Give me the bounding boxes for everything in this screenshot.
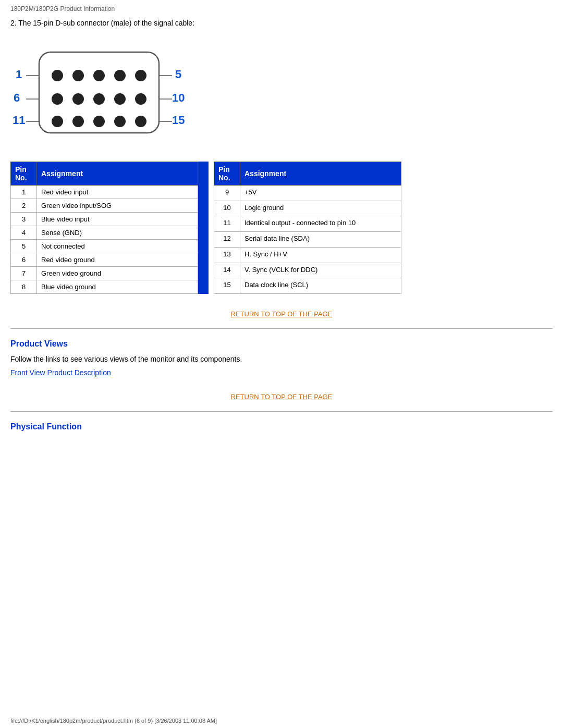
pin-assignment: Red video input bbox=[37, 186, 198, 199]
pin-number: 12 bbox=[214, 232, 240, 248]
product-views-heading: Product Views bbox=[10, 339, 553, 349]
svg-text:15: 15 bbox=[172, 114, 185, 127]
svg-point-1 bbox=[52, 70, 63, 81]
table-row: 8Blue video ground bbox=[11, 280, 198, 294]
pin-assignment: +5V bbox=[240, 186, 401, 201]
pin-assignment: Green video input/SOG bbox=[37, 199, 198, 213]
table-spacer bbox=[198, 162, 214, 294]
divider-1 bbox=[10, 328, 553, 329]
left-pin-table: PinNo. Assignment 1Red video input2Green… bbox=[10, 162, 198, 294]
svg-text:11: 11 bbox=[13, 114, 25, 127]
pin-tables-wrapper: PinNo. Assignment 1Red video input2Green… bbox=[10, 162, 553, 294]
table-row: 13H. Sync / H+V bbox=[214, 247, 401, 263]
svg-text:10: 10 bbox=[172, 91, 185, 104]
pin-assignment: Sense (GND) bbox=[37, 226, 198, 240]
pin-assignment: Blue video input bbox=[37, 213, 198, 226]
left-table-header-pin: PinNo. bbox=[11, 162, 37, 186]
table-row: 11Identical output - connected to pin 10 bbox=[214, 216, 401, 232]
svg-point-5 bbox=[135, 70, 146, 81]
pin-assignment: H. Sync / H+V bbox=[240, 247, 401, 263]
pin-assignment: Blue video ground bbox=[37, 280, 198, 294]
table-row: 5Not connected bbox=[11, 240, 198, 253]
front-view-link[interactable]: Front View Product Description bbox=[10, 368, 553, 377]
physical-function-heading: Physical Function bbox=[10, 422, 553, 431]
pin-assignment: Not connected bbox=[37, 240, 198, 253]
svg-point-7 bbox=[72, 93, 84, 105]
table-row: 4Sense (GND) bbox=[11, 226, 198, 240]
pin-assignment: V. Sync (VCLK for DDC) bbox=[240, 263, 401, 278]
pin-number: 14 bbox=[214, 263, 240, 278]
svg-point-4 bbox=[114, 70, 126, 81]
pin-number: 2 bbox=[11, 199, 37, 213]
pin-number: 13 bbox=[214, 247, 240, 263]
table-row: 1Red video input bbox=[11, 186, 198, 199]
svg-point-14 bbox=[114, 116, 126, 127]
svg-point-9 bbox=[114, 93, 126, 105]
svg-point-3 bbox=[93, 70, 105, 81]
pin-assignment: Green video ground bbox=[37, 267, 198, 280]
pin-number: 3 bbox=[11, 213, 37, 226]
pin-number: 6 bbox=[11, 253, 37, 267]
return-top-link-2[interactable]: RETURN TO TOP OF THE PAGE bbox=[10, 392, 553, 401]
pin-number: 1 bbox=[11, 186, 37, 199]
svg-point-10 bbox=[135, 93, 146, 105]
pin-assignment: Serial data line (SDA) bbox=[240, 232, 401, 248]
table-row: 2Green video input/SOG bbox=[11, 199, 198, 213]
pin-number: 15 bbox=[214, 278, 240, 294]
table-row: 14V. Sync (VCLK for DDC) bbox=[214, 263, 401, 278]
right-pin-table: PinNo. Assignment 9+5V10Logic ground11Id… bbox=[214, 162, 401, 294]
table-row: 6Red video ground bbox=[11, 253, 198, 267]
table-row: 10Logic ground bbox=[214, 201, 401, 216]
svg-point-2 bbox=[72, 70, 84, 81]
pin-number: 8 bbox=[11, 280, 37, 294]
svg-point-13 bbox=[93, 116, 105, 127]
right-table-header-assignment: Assignment bbox=[240, 162, 401, 186]
pin-number: 9 bbox=[214, 186, 240, 201]
svg-point-15 bbox=[135, 116, 146, 127]
return-top-anchor-2[interactable]: RETURN TO TOP OF THE PAGE bbox=[231, 393, 333, 401]
left-table-header-assignment: Assignment bbox=[37, 162, 198, 186]
table-row: 12Serial data line (SDA) bbox=[214, 232, 401, 248]
table-row: 9+5V bbox=[214, 186, 401, 201]
pin-assignment: Data clock line (SCL) bbox=[240, 278, 401, 294]
return-top-link-1[interactable]: RETURN TO TOP OF THE PAGE bbox=[10, 310, 553, 318]
pin-number: 10 bbox=[214, 201, 240, 216]
pin-number: 5 bbox=[11, 240, 37, 253]
pin-number: 4 bbox=[11, 226, 37, 240]
connector-diagram: 1 5 6 10 11 15 bbox=[10, 36, 188, 146]
svg-text:1: 1 bbox=[16, 68, 22, 81]
svg-point-11 bbox=[52, 116, 63, 127]
svg-point-12 bbox=[72, 116, 84, 127]
breadcrumb: 180P2M/180P2G Product Information bbox=[10, 5, 553, 13]
divider-2 bbox=[10, 411, 553, 412]
right-table-header-pin: PinNo. bbox=[214, 162, 240, 186]
physical-function-section: Physical Function bbox=[10, 422, 553, 431]
svg-text:6: 6 bbox=[14, 91, 20, 104]
svg-point-8 bbox=[93, 93, 105, 105]
table-row: 7Green video ground bbox=[11, 267, 198, 280]
pin-assignment: Red video ground bbox=[37, 253, 198, 267]
pin-number: 7 bbox=[11, 267, 37, 280]
svg-text:5: 5 bbox=[175, 68, 181, 81]
svg-point-6 bbox=[52, 93, 63, 105]
product-views-section: Product Views Follow the links to see va… bbox=[10, 339, 553, 377]
page-footer: file:///D|/K1/english/180p2m/product/pro… bbox=[10, 718, 217, 724]
intro-text: 2. The 15-pin D-sub connector (male) of … bbox=[10, 19, 553, 27]
return-top-anchor-1[interactable]: RETURN TO TOP OF THE PAGE bbox=[231, 310, 333, 318]
front-view-anchor[interactable]: Front View Product Description bbox=[10, 368, 111, 377]
pin-number: 11 bbox=[214, 216, 240, 232]
pin-assignment: Logic ground bbox=[240, 201, 401, 216]
table-row: 3Blue video input bbox=[11, 213, 198, 226]
product-views-description: Follow the links to see various views of… bbox=[10, 355, 553, 363]
table-row: 15Data clock line (SCL) bbox=[214, 278, 401, 294]
pin-assignment: Identical output - connected to pin 10 bbox=[240, 216, 401, 232]
